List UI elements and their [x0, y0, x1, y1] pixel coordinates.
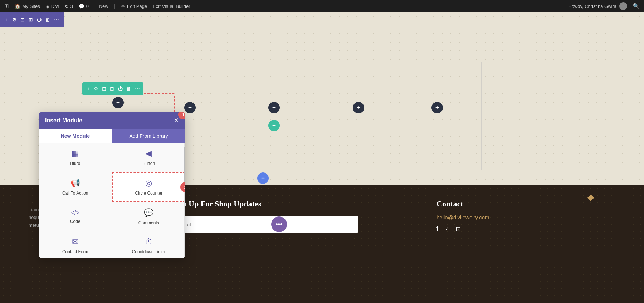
tab-add-from-library[interactable]: Add From Library: [112, 129, 185, 143]
row-more-icon[interactable]: ⋯: [135, 86, 140, 92]
my-sites-link[interactable]: 🏠 My Sites: [15, 4, 40, 9]
row-settings-icon[interactable]: ⚙: [94, 86, 98, 92]
avatar[interactable]: [619, 2, 627, 10]
search-icon[interactable]: 🔍: [633, 3, 640, 9]
diamond-icon: ◆: [587, 192, 594, 202]
module-comments-label: Comments: [138, 220, 159, 225]
module-countdown-timer-label: Countdown Timer: [132, 249, 166, 254]
divi-logo: ◈: [46, 4, 49, 9]
plus-button-teal[interactable]: +: [268, 120, 280, 131]
divi-more-icon[interactable]: ⋯: [54, 17, 59, 23]
social-links: f ♪ ⊡: [436, 225, 580, 233]
module-blurb-label: Blurb: [70, 161, 80, 166]
exit-builder-link[interactable]: Exit Visual Builder: [153, 4, 190, 9]
vert-line-3: [406, 62, 406, 170]
edit-icon: ✏: [121, 4, 125, 9]
admin-bar-left: ⊞ 🏠 My Sites ◈ Divi ↻ 3 💬 0 + New | ✏ Ed…: [4, 3, 190, 9]
module-blurb[interactable]: ▦ Blurb: [39, 143, 112, 172]
badge-2: 2: [180, 182, 185, 192]
insert-module-popup: Insert Module ✕ 1 New Module Add From Li…: [39, 112, 185, 258]
update-counter[interactable]: ↻ 3: [65, 4, 73, 9]
popup-scrollbar[interactable]: [184, 143, 185, 258]
email-input[interactable]: [172, 216, 358, 233]
module-call-to-action[interactable]: 📢 Call To Action: [39, 172, 112, 202]
plus-button-1[interactable]: +: [184, 102, 196, 113]
row-add-icon[interactable]: +: [87, 86, 90, 92]
divi-grid-icon[interactable]: ⊞: [29, 17, 33, 23]
comments-link[interactable]: 💬 0: [79, 4, 89, 9]
user-greeting: Howdy, Christina Gwira: [568, 4, 616, 9]
module-code[interactable]: </> Code: [39, 202, 112, 231]
module-code-label: Code: [70, 219, 80, 224]
divi-add-icon[interactable]: +: [5, 17, 8, 23]
blurb-icon: ▦: [72, 149, 79, 158]
module-countdown-timer[interactable]: ⏱ Countdown Timer: [112, 231, 186, 258]
three-dots-button[interactable]: •••: [271, 216, 287, 232]
button-icon: ◀: [146, 149, 152, 158]
module-button[interactable]: ◀ Button: [112, 143, 186, 172]
module-circle-counter[interactable]: ◎ Circle Counter 2: [112, 172, 186, 202]
footer-contact: ◆ Contact hello@divijewelry.com f ♪ ⊡: [436, 199, 580, 233]
vert-line-2: [322, 62, 322, 170]
plus-icon: +: [94, 4, 97, 9]
popup-header-wrap: Insert Module ✕ 1: [39, 112, 185, 129]
contact-heading: Contact: [436, 199, 580, 209]
module-contact-form-label: Contact Form: [62, 249, 88, 254]
wordpress-icon[interactable]: ⊞: [4, 3, 9, 9]
comment-icon: 💬: [79, 4, 84, 9]
divi-layout-icon[interactable]: ⊡: [20, 17, 25, 23]
new-link[interactable]: + New: [94, 4, 108, 9]
modules-grid-wrap: ▦ Blurb ◀ Button 📢 Call To Action ◎ Circ…: [39, 143, 185, 258]
refresh-icon: ↻: [65, 4, 69, 9]
divi-link[interactable]: ◈ Divi: [46, 4, 59, 9]
contact-form-icon: ✉: [72, 237, 78, 246]
popup-header: Insert Module ✕: [39, 112, 185, 129]
edit-page-link[interactable]: ✏ Edit Page: [121, 4, 147, 9]
row-power-icon[interactable]: ⏻: [118, 86, 123, 92]
row-duplicate-icon[interactable]: ⊡: [102, 86, 106, 92]
code-icon: </>: [71, 210, 79, 216]
separator: |: [114, 3, 116, 9]
row-delete-icon[interactable]: 🗑: [126, 86, 131, 92]
canvas: + ⚙ ⊡ ⊞ ⏻ 🗑 ⋯ + + + + + + + Tiam pulvina…: [0, 12, 644, 303]
tiktok-icon[interactable]: ♪: [445, 225, 448, 233]
vert-line-1: [236, 62, 236, 170]
comments-icon: 💬: [144, 208, 153, 218]
column-add-button[interactable]: +: [112, 97, 124, 108]
module-comments[interactable]: 💬 Comments: [112, 202, 186, 231]
signup-heading: Sign Up For Shop Updates: [172, 199, 372, 209]
row-grid-icon[interactable]: ⊞: [110, 86, 114, 92]
contact-email[interactable]: hello@divijewelry.com: [436, 214, 489, 220]
plus-button-2[interactable]: +: [268, 102, 280, 113]
divi-power-icon[interactable]: ⏻: [36, 17, 42, 23]
home-icon: 🏠: [15, 4, 20, 9]
divi-settings-icon[interactable]: ⚙: [12, 17, 17, 23]
module-cta-label: Call To Action: [62, 191, 88, 196]
vert-line-4: [481, 62, 482, 170]
admin-bar-right: Howdy, Christina Gwira 🔍: [568, 2, 640, 10]
plus-button-3[interactable]: +: [353, 102, 364, 113]
countdown-timer-icon: ⏱: [145, 237, 153, 246]
module-contact-form[interactable]: ✉ Contact Form: [39, 231, 112, 258]
row-toolbar: + ⚙ ⊡ ⊞ ⏻ 🗑 ⋯: [82, 82, 143, 95]
admin-bar: ⊞ 🏠 My Sites ◈ Divi ↻ 3 💬 0 + New | ✏ Ed…: [0, 0, 644, 12]
facebook-icon[interactable]: f: [436, 225, 438, 233]
circle-counter-icon: ◎: [145, 179, 152, 188]
popup-title: Insert Module: [45, 117, 82, 124]
module-button-label: Button: [142, 161, 155, 166]
popup-close-button[interactable]: ✕: [174, 117, 179, 124]
divi-trash-icon[interactable]: 🗑: [45, 17, 50, 23]
tab-new-module[interactable]: New Module: [39, 129, 112, 143]
divi-toolbar: + ⚙ ⊡ ⊞ ⏻ 🗑 ⋯: [0, 12, 64, 27]
module-circle-counter-label: Circle Counter: [135, 191, 162, 196]
modules-grid: ▦ Blurb ◀ Button 📢 Call To Action ◎ Circ…: [39, 143, 185, 258]
popup-tabs: New Module Add From Library: [39, 129, 185, 143]
plus-button-4[interactable]: +: [431, 102, 443, 113]
plus-button-blue[interactable]: +: [257, 172, 269, 184]
cta-icon: 📢: [70, 179, 80, 188]
instagram-icon[interactable]: ⊡: [455, 225, 461, 233]
